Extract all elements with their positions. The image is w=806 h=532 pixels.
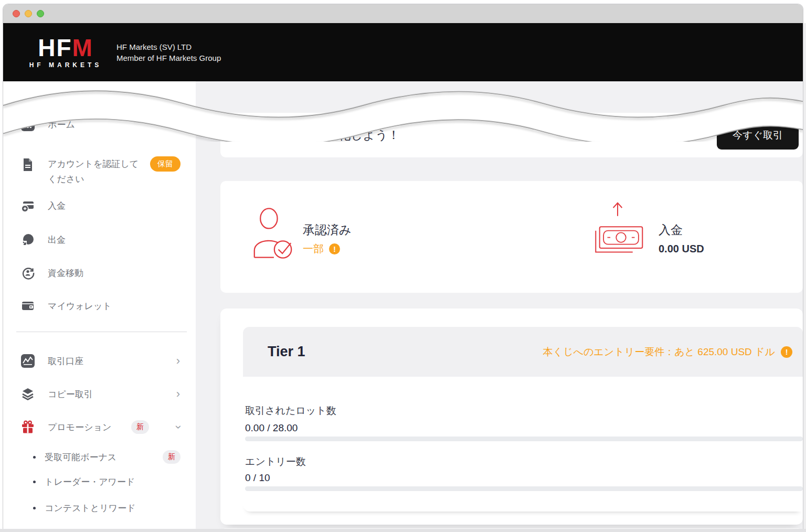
entries-label: エントリー数 xyxy=(245,455,306,469)
stats-card: 承認済み 一部 ! 入金 0.00 USD xyxy=(220,181,803,293)
deposit-amount: 0.00 USD xyxy=(659,243,704,255)
hfm-logo-text: HFM xyxy=(26,36,105,59)
titlebar xyxy=(3,4,803,23)
bullet-icon xyxy=(33,456,36,459)
tier-requirement-text: 本くじへのエントリー要件：あと 625.00 USD ドル xyxy=(543,345,775,359)
sidebar-divider xyxy=(16,332,187,332)
page-right-edge xyxy=(803,23,806,529)
sidebar-item-my-wallet[interactable]: マイウォレット xyxy=(3,295,196,316)
entries-progressbar xyxy=(245,486,803,491)
bullet-icon xyxy=(33,507,36,509)
company-name: HF Markets (SV) LTD xyxy=(116,41,221,52)
sidebar-item-trading-accounts[interactable]: 取引口座 › xyxy=(3,350,196,371)
sidebar-item-label: 資金移動 xyxy=(48,267,83,279)
sidebar-item-promotions[interactable]: プロモーション 新 › xyxy=(3,417,196,438)
sidebar-item-label: 入金 xyxy=(48,200,66,212)
bullet-icon xyxy=(33,481,36,483)
page-bottom-edge xyxy=(0,529,806,532)
main-panel: 取引の可能性を最大化しよう！ 今すぐ取引 承認済み 一部 ! xyxy=(196,81,803,529)
sidebar-item-home[interactable]: ホーム xyxy=(3,114,196,135)
warning-icon[interactable]: ! xyxy=(781,346,792,358)
sidebar-item-label: コピー取引 xyxy=(48,388,93,400)
app-window: HFM HF MARKETS HF Markets (SV) LTD Membe… xyxy=(3,4,803,529)
tier-header: Tier 1 本くじへのエントリー要件：あと 625.00 USD ドル ! xyxy=(243,327,803,377)
chevron-right-icon: › xyxy=(176,388,180,400)
sidebar-subitem-rofm[interactable]: ROFM xyxy=(3,524,196,529)
brand-header: HFM HF MARKETS HF Markets (SV) LTD Membe… xyxy=(3,23,803,81)
accounts-icon xyxy=(21,354,35,368)
trade-now-button[interactable]: 今すぐ取引 xyxy=(717,121,799,150)
lots-traded-progressbar xyxy=(245,437,803,441)
sidebar-item-label: アカウントを認証してください xyxy=(48,156,142,187)
minimize-window-button[interactable] xyxy=(25,10,32,17)
banner-title: 取引の可能性を最大化しよう！ xyxy=(229,127,400,143)
sidebar-subitem-contests-rewards[interactable]: コンテストとリワード xyxy=(3,498,196,517)
sidebar-item-label: プロモーション xyxy=(48,421,111,433)
content-area: ホーム アカウントを認証してください 保留 xyxy=(3,81,803,529)
deposit-icon xyxy=(21,199,35,212)
sidebar-subitem-label: 受取可能ボーナス xyxy=(45,451,116,463)
sidebar-item-label: ホーム xyxy=(48,119,75,131)
sidebar-item-copy-trading[interactable]: コピー取引 › xyxy=(3,384,196,405)
document-icon xyxy=(21,158,35,172)
chevron-right-icon: › xyxy=(176,355,180,367)
verification-status-text: 一部 xyxy=(303,242,324,256)
sidebar-item-label: マイウォレット xyxy=(48,300,112,312)
wallet-icon xyxy=(21,299,35,313)
warning-icon: ! xyxy=(329,243,340,254)
money-in-icon xyxy=(591,200,644,257)
deposit-title: 入金 xyxy=(659,222,683,238)
transfer-icon xyxy=(21,266,35,280)
sidebar-subitem-label: コンテストとリワード xyxy=(45,502,136,514)
pending-badge: 保留 xyxy=(150,156,181,172)
sidebar-subitem-trader-awards[interactable]: トレーダー・アワード xyxy=(3,472,196,491)
tier-body xyxy=(243,377,803,512)
chevron-down-icon: › xyxy=(172,425,184,429)
copy-trading-icon xyxy=(21,387,35,401)
hfm-logo-subtext: HF MARKETS xyxy=(26,61,105,69)
tier-card: Tier 1 本くじへのエントリー要件：あと 625.00 USD ドル ! 取… xyxy=(220,308,803,525)
sidebar-item-label: 出金 xyxy=(48,234,66,246)
sidebar-subitem-label: トレーダー・アワード xyxy=(45,476,135,488)
verification-status[interactable]: 一部 ! xyxy=(303,242,340,256)
gift-icon xyxy=(21,420,35,434)
new-badge: 新 xyxy=(131,420,149,434)
sidebar-item-transfer[interactable]: 資金移動 xyxy=(3,262,196,283)
verification-title: 承認済み xyxy=(303,222,352,238)
sidebar-item-deposit[interactable]: 入金 xyxy=(3,195,196,216)
banner-card: 取引の可能性を最大化しよう！ 今すぐ取引 xyxy=(220,113,803,157)
tier-title: Tier 1 xyxy=(268,344,305,360)
home-chart-icon xyxy=(21,118,35,131)
company-membership: Member of HF Markets Group xyxy=(116,52,221,63)
zoom-window-button[interactable] xyxy=(37,10,44,17)
entries-value: 0 / 10 xyxy=(245,472,270,484)
sidebar-subitem-claimable-bonuses[interactable]: 受取可能ボーナス 新 xyxy=(3,448,196,466)
lots-traded-value: 0.00 / 28.00 xyxy=(245,422,298,434)
sidebar: ホーム アカウントを認証してください 保留 xyxy=(3,81,196,529)
sidebar-item-verify-account[interactable]: アカウントを認証してください 保留 xyxy=(3,148,196,181)
close-window-button[interactable] xyxy=(13,10,20,17)
new-badge: 新 xyxy=(163,450,181,464)
hfm-logo[interactable]: HFM HF MARKETS xyxy=(26,36,105,69)
company-info: HF Markets (SV) LTD Member of HF Markets… xyxy=(116,41,221,63)
withdraw-icon xyxy=(21,233,35,247)
tier-requirement: 本くじへのエントリー要件：あと 625.00 USD ドル ! xyxy=(543,345,792,359)
lots-traded-label: 取引されたロット数 xyxy=(245,404,336,418)
sidebar-item-withdraw[interactable]: 出金 xyxy=(3,229,196,250)
sidebar-item-label: 取引口座 xyxy=(48,355,83,367)
user-check-icon xyxy=(252,205,294,262)
